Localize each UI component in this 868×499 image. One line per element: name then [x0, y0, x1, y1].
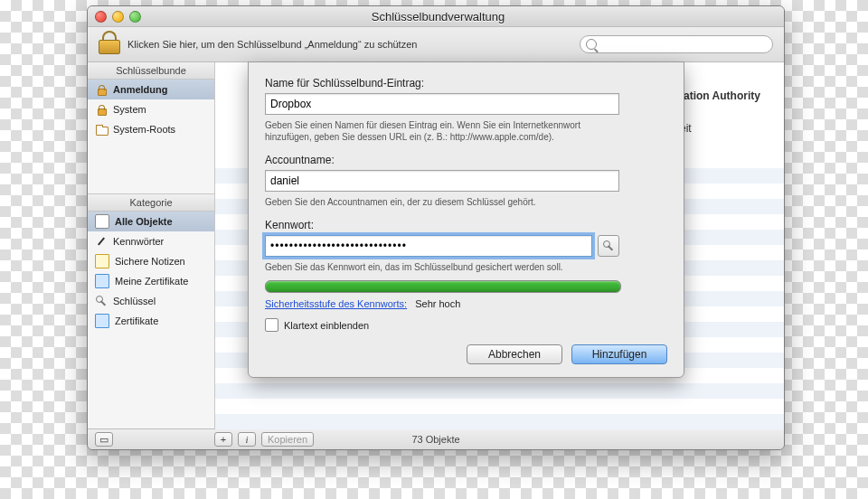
password-strength-value: Sehr hoch: [415, 298, 460, 309]
show-plaintext-checkbox[interactable]: [265, 318, 278, 332]
sidebar-item-label: Zertifikate: [115, 315, 158, 326]
name-hint: Geben Sie einen Namen für diesen Eintrag…: [265, 119, 619, 143]
copy-button-label: Kopieren: [268, 434, 307, 445]
sidebar-item-system-roots[interactable]: System-Roots: [88, 119, 214, 139]
zoom-window-button[interactable]: [129, 11, 141, 23]
sidebar-item-label: Schlüssel: [113, 296, 156, 306]
sidebar-item-sichere-notizen[interactable]: Sichere Notizen: [88, 251, 214, 271]
name-label: Name für Schlüsselbund-Eintrag:: [265, 77, 667, 89]
sidebar-item-alle-objekte[interactable]: Alle Objekte: [88, 212, 214, 231]
search-input[interactable]: [601, 38, 767, 51]
close-window-button[interactable]: [95, 11, 107, 23]
sidebar-item-label: System-Roots: [113, 124, 175, 135]
sidebar-item-label: Sichere Notizen: [115, 256, 185, 267]
all-items-icon: [95, 214, 109, 229]
unlock-icon[interactable]: [99, 34, 118, 54]
info-button[interactable]: i: [238, 432, 256, 447]
sidebar: Schlüsselbunde Anmeldung System System-R…: [88, 62, 215, 428]
lock-hint-text: Klicken Sie hier, um den Schlüsselbund „…: [127, 39, 571, 50]
password-input[interactable]: [265, 235, 592, 257]
password-hint: Geben Sie das Kennwort ein, das im Schlü…: [265, 261, 619, 273]
sidebar-item-kennwoerter[interactable]: Kennwörter: [88, 231, 214, 251]
password-strength-link[interactable]: Sicherheitsstufe des Kennworts:: [265, 298, 407, 309]
sidebar-item-schluessel[interactable]: Schlüssel: [88, 291, 214, 311]
search-field[interactable]: [580, 35, 773, 53]
certificate-icon: [95, 274, 109, 288]
show-plaintext-label: Klartext einblenden: [284, 320, 369, 331]
titlebar: Schlüsselbundverwaltung: [88, 6, 784, 27]
traffic-lights: [95, 11, 141, 23]
lock-icon: [95, 103, 108, 116]
copy-button[interactable]: Kopieren: [261, 432, 314, 447]
add-button[interactable]: Hinzufügen: [571, 344, 667, 364]
pen-icon: [95, 235, 108, 248]
footer-bar: ▭ + i Kopieren 73 Objekte: [88, 428, 784, 449]
sidebar-item-label: System: [113, 104, 146, 115]
add-button[interactable]: +: [214, 432, 232, 447]
cancel-button[interactable]: Abbrechen: [467, 344, 562, 364]
certificate-icon: [95, 314, 109, 328]
sidebar-item-label: Anmeldung: [113, 84, 168, 95]
sidebar-item-label: Meine Zertifikate: [115, 276, 188, 287]
sidebar-item-label: Alle Objekte: [115, 216, 173, 227]
view-toggle-button[interactable]: ▭: [95, 432, 113, 447]
account-hint: Geben Sie den Accountnamen ein, der zu d…: [265, 196, 619, 208]
sidebar-item-anmeldung[interactable]: Anmeldung: [88, 80, 214, 99]
category-header: Kategorie: [88, 194, 214, 212]
search-icon: [586, 39, 597, 50]
account-label: Accountname:: [265, 154, 667, 166]
sidebar-item-zertifikate[interactable]: Zertifikate: [88, 311, 214, 331]
unlock-icon: [95, 83, 108, 96]
window-title: Schlüsselbundverwaltung: [150, 10, 726, 24]
name-input[interactable]: [265, 93, 619, 115]
lock-toolbar: Klicken Sie hier, um den Schlüsselbund „…: [88, 27, 784, 62]
sidebar-item-system[interactable]: System: [88, 99, 214, 119]
account-input[interactable]: [265, 170, 619, 192]
sidebar-item-label: Kennwörter: [113, 236, 164, 247]
add-keychain-item-sheet: Name für Schlüsselbund-Eintrag: Geben Si…: [248, 61, 684, 378]
password-generator-button[interactable]: [598, 235, 619, 257]
key-icon: [95, 295, 108, 307]
add-button-label: Hinzufügen: [592, 348, 647, 361]
cancel-button-label: Abbrechen: [488, 348, 541, 361]
folder-icon: [95, 123, 108, 136]
key-icon: [602, 240, 615, 252]
minimize-window-button[interactable]: [112, 11, 124, 23]
password-strength-bar: [265, 280, 621, 293]
keychains-header: Schlüsselbunde: [88, 62, 214, 80]
sidebar-item-meine-zertifikate[interactable]: Meine Zertifikate: [88, 271, 214, 291]
password-label: Kennwort:: [265, 219, 667, 231]
note-icon: [95, 254, 109, 268]
object-count: 73 Objekte: [411, 434, 459, 445]
